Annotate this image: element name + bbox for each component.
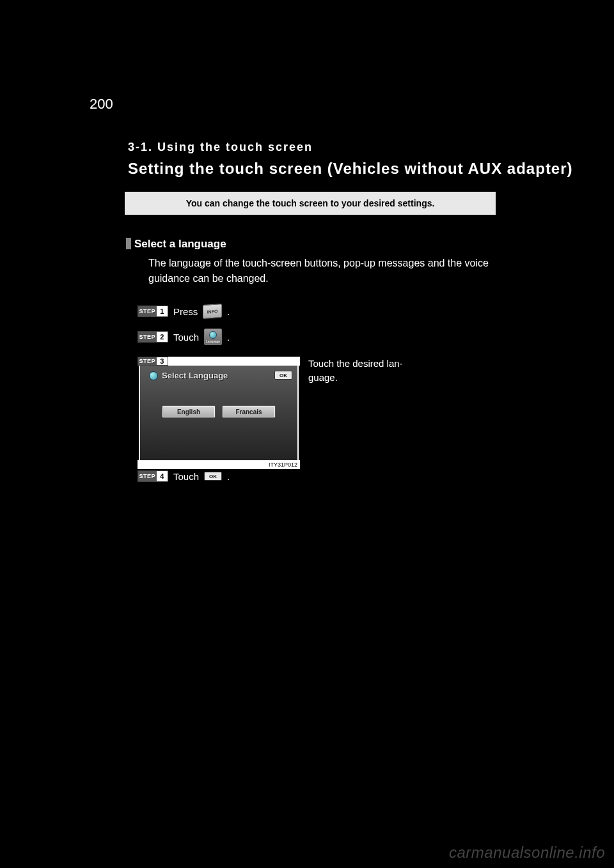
step-tile-2: STEP 2 [138,331,168,343]
step-number-1: 1 [157,306,168,316]
screen-title: Select Language [149,371,228,380]
info-bar: You can change the touch screen to your … [125,192,496,215]
step-1-before: Press [173,306,198,317]
subhead: Select a language [134,238,226,251]
step-tile-4: STEP 4 [138,470,168,482]
screen-ok-button[interactable]: OK [274,371,292,380]
info-button[interactable]: INFO [203,304,222,319]
watermark: carmanualsonline.info [449,844,605,862]
step-label: STEP [138,332,157,342]
step-label: STEP [138,357,157,365]
step-number-3: 3 [157,357,168,365]
globe-icon [149,371,158,380]
subhead-marker [126,238,131,249]
page-number: 200 [90,96,113,112]
step-4-row: STEP 4 Touch OK . [138,470,230,482]
step-3-text-a: Touch the desired lan- [308,358,403,369]
step-tile-1: STEP 1 [138,306,168,317]
step-2-row: STEP 2 Touch Language . [138,329,230,345]
step-4-after: . [227,471,230,482]
step-2-before: Touch [173,332,199,343]
english-option[interactable]: English [162,405,216,418]
language-button[interactable]: Language [204,329,222,345]
screen-figure: STEP 3 Select Language OK English Franca… [138,357,300,470]
step-4-before: Touch [173,471,199,482]
language-button-label: Language [206,339,220,343]
screen-title-text: Select Language [162,371,228,380]
step-2-after: . [227,332,230,343]
section-label: 3-1. Using the touch screen [128,141,313,154]
step-number-4: 4 [157,471,168,481]
ok-button[interactable]: OK [204,472,222,481]
screen-inner: Select Language OK English Francais [139,366,299,460]
step-number-2: 2 [157,332,168,342]
section-title: Setting the touch screen (Vehicles witho… [128,160,573,178]
step-tile-3: STEP 3 [138,357,168,366]
screen-caption: ITY31P012 [138,460,300,469]
step-1-row: STEP 1 Press INFO . [138,304,230,318]
step-3-text-b: guage. [308,372,338,383]
screen-step-bar: STEP 3 [138,357,300,366]
step-1-after: . [227,306,230,317]
globe-icon [209,331,217,339]
step-label: STEP [138,306,157,316]
step-label: STEP [138,471,157,481]
francais-option[interactable]: Francais [222,405,276,418]
body-text: The language of the touch-screen buttons… [148,256,494,286]
